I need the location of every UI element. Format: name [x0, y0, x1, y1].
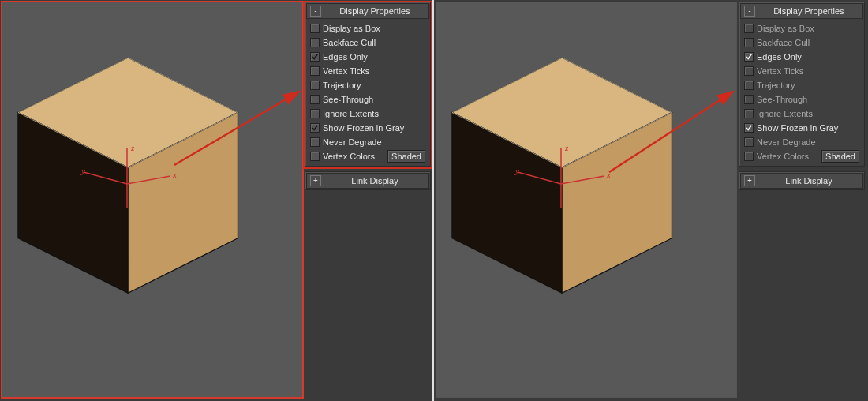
checkbox-label: Edges Only: [757, 52, 802, 62]
checkbox-label: Backface Cull: [757, 38, 810, 47]
checkbox-label: Never Degrade: [757, 137, 816, 147]
option-row: Vertex Colors Shaded: [310, 149, 425, 163]
checkbox-label: Vertex Ticks: [757, 66, 803, 76]
option-row: Display as Box: [744, 21, 859, 35]
rollout-title: Link Display: [758, 176, 859, 186]
checkbox[interactable]: [310, 123, 320, 133]
checkbox-label: Vertex Ticks: [323, 66, 369, 76]
shaded-button[interactable]: Shaded: [387, 150, 425, 163]
svg-line-4: [84, 172, 127, 184]
checkbox: [744, 81, 754, 90]
checkbox[interactable]: [310, 38, 320, 47]
svg-line-3: [127, 176, 170, 184]
option-row: Show Frozen in Gray: [310, 121, 425, 134]
checkbox-label: See-Through: [757, 95, 807, 104]
checkbox-label: Show Frozen in Gray: [323, 123, 404, 133]
shaded-button[interactable]: Shaded: [821, 150, 859, 163]
rollout-title: Display Properties: [324, 6, 425, 16]
checkbox-label: Ignore Extents: [757, 109, 813, 118]
option-row: Vertex Ticks: [744, 64, 859, 77]
checkbox-label: Trajectory: [757, 81, 795, 90]
rollout-header[interactable]: - Display Properties: [740, 3, 863, 19]
display-panel: - Display Properties Display as Box Back…: [739, 2, 865, 190]
svg-line-13: [518, 172, 561, 184]
rollout-toggle-icon[interactable]: +: [744, 175, 755, 186]
rollout-toggle-icon[interactable]: +: [310, 175, 321, 186]
option-row: Show Frozen in Gray: [744, 121, 859, 134]
checkbox: [744, 38, 754, 47]
checkbox-label: Vertex Colors: [323, 152, 375, 161]
checkbox[interactable]: [310, 66, 320, 76]
checkbox[interactable]: [310, 95, 320, 104]
checkbox: [744, 66, 754, 76]
option-row: Trajectory: [744, 78, 859, 92]
rollout: + Link Display: [305, 171, 431, 190]
viewport[interactable]: x y z: [436, 2, 737, 398]
checkbox-label: Display as Box: [323, 24, 380, 33]
checkbox: [744, 95, 754, 104]
option-row: Never Degrade: [744, 135, 859, 148]
option-row: Ignore Extents: [310, 107, 425, 120]
option-row: Display as Box: [310, 21, 425, 35]
option-row: Never Degrade: [310, 135, 425, 148]
checkbox[interactable]: [310, 109, 320, 118]
checkbox-label: Display as Box: [757, 24, 814, 33]
checkbox-label: Backface Cull: [323, 38, 376, 47]
checkbox-label: See-Through: [323, 95, 373, 104]
checkbox[interactable]: [310, 81, 320, 90]
checkbox-label: Show Frozen in Gray: [757, 123, 838, 133]
option-row: Ignore Extents: [744, 107, 859, 120]
option-row: Vertex Colors Shaded: [744, 149, 859, 163]
checkbox[interactable]: [310, 24, 320, 33]
svg-line-12: [561, 176, 604, 184]
option-row: See-Through: [310, 92, 425, 106]
option-row: Backface Cull: [744, 36, 859, 49]
option-row: Edges Only: [310, 50, 425, 63]
rollout-header[interactable]: - Display Properties: [306, 3, 429, 19]
checkbox-label: Ignore Extents: [323, 109, 379, 118]
rollout: + Link Display: [739, 171, 865, 190]
rollout-toggle-icon[interactable]: -: [744, 6, 755, 17]
checkbox[interactable]: [744, 123, 754, 133]
rollout-title: Display Properties: [758, 6, 859, 16]
option-row: Trajectory: [310, 78, 425, 92]
checkbox-label: Trajectory: [323, 81, 361, 90]
viewport[interactable]: x y z: [2, 2, 303, 398]
rollout-toggle-icon[interactable]: -: [310, 6, 321, 17]
rollout: - Display Properties Display as Box Back…: [305, 2, 431, 167]
checkbox: [744, 24, 754, 33]
option-row: Edges Only: [744, 50, 859, 63]
checkbox: [744, 137, 754, 147]
checkbox[interactable]: [310, 152, 320, 161]
option-row: Backface Cull: [310, 36, 425, 49]
option-row: Vertex Ticks: [310, 64, 425, 77]
rollout-header[interactable]: + Link Display: [740, 173, 863, 189]
checkbox-label: Vertex Colors: [757, 152, 809, 161]
axis-gizmo: [514, 144, 608, 223]
axis-gizmo: [80, 144, 174, 223]
checkbox: [744, 109, 754, 118]
rollout-header[interactable]: + Link Display: [306, 173, 429, 189]
checkbox-label: Edges Only: [323, 52, 368, 62]
display-panel: - Display Properties Display as Box Back…: [305, 2, 431, 190]
checkbox-label: Never Degrade: [323, 137, 382, 147]
checkbox[interactable]: [310, 52, 320, 62]
checkbox[interactable]: [310, 137, 320, 147]
checkbox: [744, 152, 754, 161]
option-row: See-Through: [744, 92, 859, 106]
rollout: - Display Properties Display as Box Back…: [739, 2, 865, 167]
checkbox[interactable]: [744, 52, 754, 62]
rollout-title: Link Display: [324, 176, 425, 186]
